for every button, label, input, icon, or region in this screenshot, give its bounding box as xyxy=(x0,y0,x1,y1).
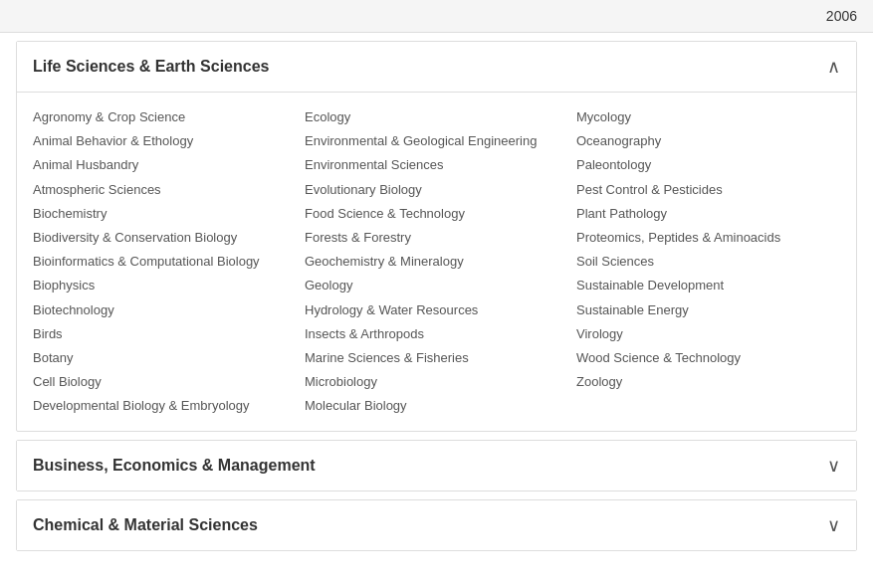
list-item[interactable]: Soil Sciences xyxy=(576,253,832,271)
list-item[interactable]: Sustainable Energy xyxy=(576,301,832,319)
list-item[interactable]: Cell Biology xyxy=(33,373,289,391)
list-item[interactable]: Microbiology xyxy=(305,373,560,391)
chevron-icon-life-sciences: ∧ xyxy=(827,56,840,78)
list-item[interactable]: Pest Control & Pesticides xyxy=(576,181,832,199)
list-item[interactable]: Biophysics xyxy=(33,277,289,294)
list-item[interactable]: Bioinformatics & Computational Biology xyxy=(33,253,289,271)
list-item[interactable]: Developmental Biology & Embryology xyxy=(33,397,289,415)
list-item[interactable]: Birds xyxy=(33,325,289,343)
list-item[interactable]: Biodiversity & Conservation Biology xyxy=(33,229,289,247)
list-item[interactable]: Hydrology & Water Resources xyxy=(305,301,560,319)
list-item[interactable]: Paleontology xyxy=(576,156,832,174)
section-business-economics: Business, Economics & Management∨ xyxy=(16,440,857,491)
sections-container: Life Sciences & Earth Sciences∧Agronomy … xyxy=(0,41,873,551)
list-item[interactable]: Geology xyxy=(305,277,560,294)
list-item[interactable]: Biotechnology xyxy=(33,301,289,319)
list-item[interactable]: Forests & Forestry xyxy=(305,229,560,247)
page-container: 2006 Life Sciences & Earth Sciences∧Agro… xyxy=(0,0,873,551)
list-item[interactable]: Mycology xyxy=(576,108,832,126)
column-2: MycologyOceanographyPaleontologyPest Con… xyxy=(568,108,840,415)
list-item[interactable]: Food Science & Technology xyxy=(305,205,560,223)
section-content-life-sciences: Agronomy & Crop ScienceAnimal Behavior &… xyxy=(17,93,856,431)
column-1: EcologyEnvironmental & Geological Engine… xyxy=(297,108,568,415)
chevron-icon-business-economics: ∨ xyxy=(827,455,840,477)
list-item[interactable]: Geochemistry & Mineralogy xyxy=(305,253,560,271)
chevron-icon-chemical-material: ∨ xyxy=(827,514,840,536)
list-item[interactable]: Environmental & Geological Engineering xyxy=(305,132,560,150)
list-item[interactable]: Zoology xyxy=(576,373,832,391)
list-item[interactable]: Plant Pathology xyxy=(576,205,832,223)
top-bar: 2006 xyxy=(0,0,873,33)
list-item[interactable]: Sustainable Development xyxy=(576,277,832,294)
section-header-life-sciences[interactable]: Life Sciences & Earth Sciences∧ xyxy=(17,42,856,93)
list-item[interactable]: Virology xyxy=(576,325,832,343)
section-title-life-sciences: Life Sciences & Earth Sciences xyxy=(33,58,269,76)
list-item[interactable]: Environmental Sciences xyxy=(305,156,560,174)
list-item[interactable]: Proteomics, Peptides & Aminoacids xyxy=(576,229,832,247)
section-title-chemical-material: Chemical & Material Sciences xyxy=(33,516,258,534)
column-0: Agronomy & Crop ScienceAnimal Behavior &… xyxy=(33,108,297,415)
section-title-business-economics: Business, Economics & Management xyxy=(33,457,316,475)
list-item[interactable]: Animal Behavior & Ethology xyxy=(33,132,289,150)
list-item[interactable]: Molecular Biology xyxy=(305,397,560,415)
list-item[interactable]: Atmospheric Sciences xyxy=(33,181,289,199)
list-item[interactable]: Animal Husbandry xyxy=(33,156,289,174)
list-item[interactable]: Wood Science & Technology xyxy=(576,349,832,367)
section-life-sciences: Life Sciences & Earth Sciences∧Agronomy … xyxy=(16,41,857,432)
list-item[interactable]: Oceanography xyxy=(576,132,832,150)
list-item[interactable]: Agronomy & Crop Science xyxy=(33,108,289,126)
list-item[interactable]: Botany xyxy=(33,349,289,367)
list-item[interactable]: Insects & Arthropods xyxy=(305,325,560,343)
section-chemical-material: Chemical & Material Sciences∨ xyxy=(16,499,857,551)
list-item[interactable]: Ecology xyxy=(305,108,560,126)
section-header-business-economics[interactable]: Business, Economics & Management∨ xyxy=(17,441,856,490)
section-header-chemical-material[interactable]: Chemical & Material Sciences∨ xyxy=(17,500,856,550)
list-item[interactable]: Evolutionary Biology xyxy=(305,181,560,199)
list-item[interactable]: Biochemistry xyxy=(33,205,289,223)
year-label: 2006 xyxy=(826,8,857,24)
list-item[interactable]: Marine Sciences & Fisheries xyxy=(305,349,560,367)
